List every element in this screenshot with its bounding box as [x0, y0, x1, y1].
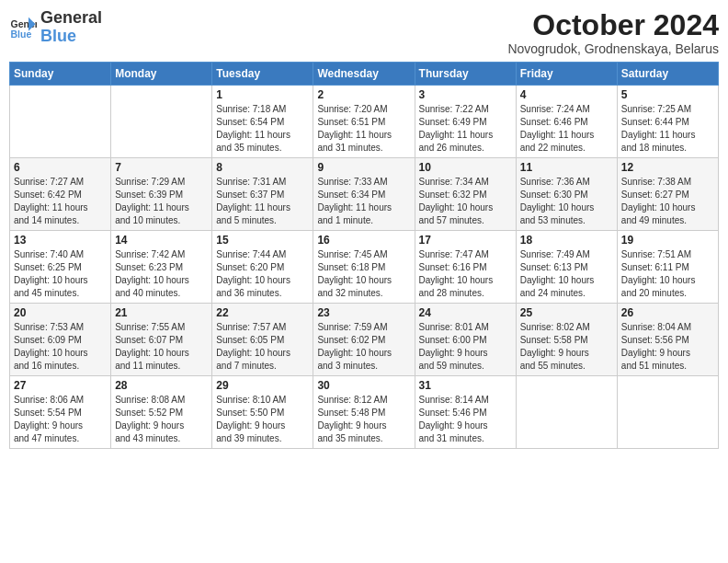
day-info: Sunrise: 7:42 AM Sunset: 6:23 PM Dayligh…: [115, 248, 208, 300]
day-number: 29: [216, 379, 309, 392]
calendar-header: SundayMondayTuesdayWednesdayThursdayFrid…: [10, 63, 719, 86]
day-number: 27: [14, 379, 107, 392]
day-number: 15: [216, 234, 309, 247]
calendar-cell: [516, 376, 617, 449]
logo-text: General Blue: [40, 9, 102, 46]
day-info: Sunrise: 7:51 AM Sunset: 6:11 PM Dayligh…: [621, 248, 714, 300]
day-info: Sunrise: 7:20 AM Sunset: 6:51 PM Dayligh…: [317, 103, 410, 155]
calendar-table: SundayMondayTuesdayWednesdayThursdayFrid…: [9, 62, 719, 449]
calendar-cell: 20Sunrise: 7:53 AM Sunset: 6:09 PM Dayli…: [10, 304, 111, 376]
weekday-header: Thursday: [415, 63, 516, 86]
day-number: 13: [14, 234, 107, 247]
day-number: 31: [419, 379, 512, 392]
weekday-header: Wednesday: [313, 63, 415, 86]
day-number: 4: [520, 88, 613, 101]
day-info: Sunrise: 8:12 AM Sunset: 5:48 PM Dayligh…: [317, 394, 410, 445]
day-info: Sunrise: 7:29 AM Sunset: 6:39 PM Dayligh…: [115, 176, 208, 227]
calendar-cell: 15Sunrise: 7:44 AM Sunset: 6:20 PM Dayli…: [212, 231, 313, 304]
calendar-cell: 12Sunrise: 7:38 AM Sunset: 6:27 PM Dayli…: [617, 158, 718, 231]
day-info: Sunrise: 7:55 AM Sunset: 6:07 PM Dayligh…: [115, 321, 208, 373]
day-number: 21: [115, 306, 208, 319]
calendar-week-row: 6Sunrise: 7:27 AM Sunset: 6:42 PM Daylig…: [10, 158, 719, 231]
calendar-cell: 16Sunrise: 7:45 AM Sunset: 6:18 PM Dayli…: [313, 231, 415, 304]
day-info: Sunrise: 7:59 AM Sunset: 6:02 PM Dayligh…: [317, 321, 410, 373]
calendar-cell: 22Sunrise: 7:57 AM Sunset: 6:05 PM Dayli…: [212, 304, 313, 376]
day-info: Sunrise: 7:25 AM Sunset: 6:44 PM Dayligh…: [621, 103, 714, 155]
calendar-cell: [111, 86, 212, 158]
title-section: October 2024 Novogrudok, Grodnenskaya, B…: [507, 9, 719, 56]
day-info: Sunrise: 7:57 AM Sunset: 6:05 PM Dayligh…: [216, 321, 309, 373]
day-number: 1: [216, 88, 309, 101]
calendar-cell: 1Sunrise: 7:18 AM Sunset: 6:54 PM Daylig…: [212, 86, 313, 158]
day-number: 20: [14, 306, 107, 319]
day-info: Sunrise: 7:47 AM Sunset: 6:16 PM Dayligh…: [419, 248, 512, 300]
logo-icon: General Blue: [9, 14, 37, 41]
day-number: 30: [317, 379, 410, 392]
day-info: Sunrise: 8:01 AM Sunset: 6:00 PM Dayligh…: [419, 321, 512, 373]
day-info: Sunrise: 7:27 AM Sunset: 6:42 PM Dayligh…: [14, 176, 107, 227]
calendar-cell: 9Sunrise: 7:33 AM Sunset: 6:34 PM Daylig…: [313, 158, 415, 231]
day-info: Sunrise: 7:36 AM Sunset: 6:30 PM Dayligh…: [520, 176, 613, 227]
day-info: Sunrise: 8:08 AM Sunset: 5:52 PM Dayligh…: [115, 394, 208, 445]
day-number: 23: [317, 306, 410, 319]
day-info: Sunrise: 8:10 AM Sunset: 5:50 PM Dayligh…: [216, 394, 309, 445]
day-info: Sunrise: 7:22 AM Sunset: 6:49 PM Dayligh…: [419, 103, 512, 155]
weekday-header: Sunday: [10, 63, 111, 86]
calendar-cell: 23Sunrise: 7:59 AM Sunset: 6:02 PM Dayli…: [313, 304, 415, 376]
day-info: Sunrise: 7:44 AM Sunset: 6:20 PM Dayligh…: [216, 248, 309, 300]
day-number: 28: [115, 379, 208, 392]
calendar-cell: 24Sunrise: 8:01 AM Sunset: 6:00 PM Dayli…: [415, 304, 516, 376]
day-number: 26: [621, 306, 714, 319]
day-info: Sunrise: 8:14 AM Sunset: 5:46 PM Dayligh…: [419, 394, 512, 445]
calendar-week-row: 27Sunrise: 8:06 AM Sunset: 5:54 PM Dayli…: [10, 376, 719, 449]
calendar-week-row: 13Sunrise: 7:40 AM Sunset: 6:25 PM Dayli…: [10, 231, 719, 304]
day-info: Sunrise: 7:53 AM Sunset: 6:09 PM Dayligh…: [14, 321, 107, 373]
day-number: 3: [419, 88, 512, 101]
calendar-cell: 27Sunrise: 8:06 AM Sunset: 5:54 PM Dayli…: [10, 376, 111, 449]
day-info: Sunrise: 7:40 AM Sunset: 6:25 PM Dayligh…: [14, 248, 107, 300]
page-header: General Blue General Blue October 2024 N…: [9, 9, 719, 56]
weekday-header: Tuesday: [212, 63, 313, 86]
weekday-header: Saturday: [617, 63, 718, 86]
calendar-cell: 2Sunrise: 7:20 AM Sunset: 6:51 PM Daylig…: [313, 86, 415, 158]
calendar-cell: 26Sunrise: 8:04 AM Sunset: 5:56 PM Dayli…: [617, 304, 718, 376]
day-info: Sunrise: 8:02 AM Sunset: 5:58 PM Dayligh…: [520, 321, 613, 373]
day-number: 10: [419, 161, 512, 174]
calendar-cell: 14Sunrise: 7:42 AM Sunset: 6:23 PM Dayli…: [111, 231, 212, 304]
day-info: Sunrise: 8:06 AM Sunset: 5:54 PM Dayligh…: [14, 394, 107, 445]
location-subtitle: Novogrudok, Grodnenskaya, Belarus: [507, 41, 719, 56]
day-number: 16: [317, 234, 410, 247]
day-number: 2: [317, 88, 410, 101]
month-title: October 2024: [507, 9, 719, 41]
day-number: 19: [621, 234, 714, 247]
calendar-cell: [617, 376, 718, 449]
calendar-cell: 4Sunrise: 7:24 AM Sunset: 6:46 PM Daylig…: [516, 86, 617, 158]
calendar-cell: 17Sunrise: 7:47 AM Sunset: 6:16 PM Dayli…: [415, 231, 516, 304]
calendar-cell: 28Sunrise: 8:08 AM Sunset: 5:52 PM Dayli…: [111, 376, 212, 449]
day-number: 8: [216, 161, 309, 174]
day-number: 17: [419, 234, 512, 247]
day-info: Sunrise: 8:04 AM Sunset: 5:56 PM Dayligh…: [621, 321, 714, 373]
calendar-cell: 13Sunrise: 7:40 AM Sunset: 6:25 PM Dayli…: [10, 231, 111, 304]
day-number: 6: [14, 161, 107, 174]
calendar-cell: 7Sunrise: 7:29 AM Sunset: 6:39 PM Daylig…: [111, 158, 212, 231]
calendar-cell: 11Sunrise: 7:36 AM Sunset: 6:30 PM Dayli…: [516, 158, 617, 231]
day-info: Sunrise: 7:34 AM Sunset: 6:32 PM Dayligh…: [419, 176, 512, 227]
day-info: Sunrise: 7:38 AM Sunset: 6:27 PM Dayligh…: [621, 176, 714, 227]
calendar-cell: 29Sunrise: 8:10 AM Sunset: 5:50 PM Dayli…: [212, 376, 313, 449]
calendar-body: 1Sunrise: 7:18 AM Sunset: 6:54 PM Daylig…: [10, 86, 719, 449]
day-info: Sunrise: 7:33 AM Sunset: 6:34 PM Dayligh…: [317, 176, 410, 227]
weekday-header-row: SundayMondayTuesdayWednesdayThursdayFrid…: [10, 63, 719, 86]
day-number: 14: [115, 234, 208, 247]
day-info: Sunrise: 7:18 AM Sunset: 6:54 PM Dayligh…: [216, 103, 309, 155]
calendar-cell: 25Sunrise: 8:02 AM Sunset: 5:58 PM Dayli…: [516, 304, 617, 376]
day-number: 5: [621, 88, 714, 101]
day-number: 7: [115, 161, 208, 174]
logo: General Blue General Blue: [9, 9, 102, 46]
calendar-cell: [10, 86, 111, 158]
day-number: 25: [520, 306, 613, 319]
day-number: 24: [419, 306, 512, 319]
day-number: 18: [520, 234, 613, 247]
calendar-cell: 31Sunrise: 8:14 AM Sunset: 5:46 PM Dayli…: [415, 376, 516, 449]
calendar-cell: 10Sunrise: 7:34 AM Sunset: 6:32 PM Dayli…: [415, 158, 516, 231]
